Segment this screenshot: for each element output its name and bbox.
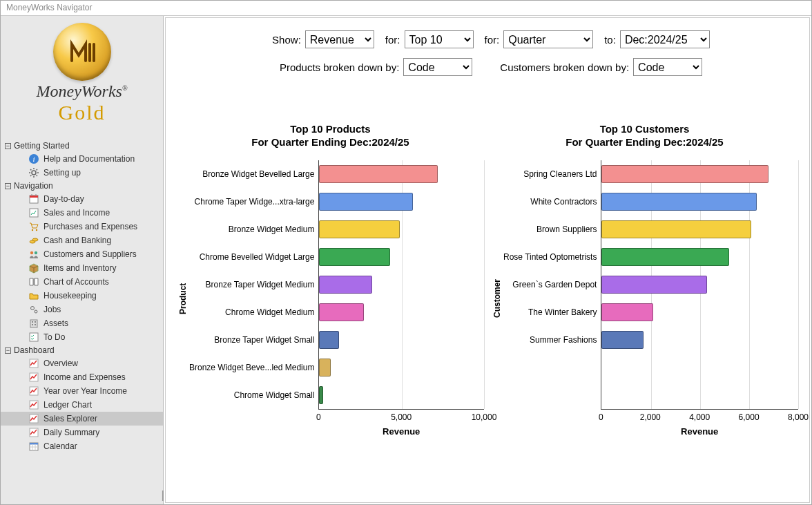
bar	[601, 220, 751, 238]
to-label: to:	[604, 34, 616, 46]
filter-bar: Show: Revenue for: Top 10 for: Quarter t…	[173, 30, 802, 76]
chart-title: Top 10 CustomersFor Quarter Ending Dec:2…	[491, 123, 798, 149]
sidebar-item-label: To Do	[44, 332, 65, 342]
bar	[319, 331, 339, 349]
for2-label: for:	[485, 34, 500, 46]
to-select[interactable]: Dec:2024/25	[620, 30, 710, 48]
sidebar-item-calendar[interactable]: Calendar	[1, 439, 163, 453]
products-breakdown-select[interactable]: Code	[403, 58, 472, 76]
sidebar-item-label: Daily Summary	[44, 428, 99, 437]
brand-text: MoneyWorks®	[1, 82, 163, 101]
sidebar-item-year-over-year-income[interactable]: Year over Year Income	[1, 384, 163, 398]
sidebar-item-day-to-day[interactable]: Day-to-day	[1, 192, 163, 206]
bar	[319, 220, 400, 238]
svg-rect-30	[30, 443, 38, 445]
nav-tree: −Getting StartediHelp and DocumentationS…	[1, 140, 163, 453]
for1-label: for:	[385, 34, 400, 46]
sidebar-item-chart-of-accounts[interactable]: Chart of Accounts	[1, 275, 163, 289]
svg-rect-19	[35, 321, 36, 323]
category-label: Chrome Widget Medium	[189, 298, 318, 326]
sidebar-item-overview[interactable]: Overview	[1, 356, 163, 370]
chart-icon	[28, 358, 39, 369]
info-icon: i	[28, 153, 39, 164]
for2-select[interactable]: Quarter	[503, 30, 593, 48]
svg-point-11	[32, 238, 38, 241]
sidebar-item-jobs[interactable]: Jobs	[1, 303, 163, 316]
sidebar-item-label: Calendar	[44, 441, 77, 451]
sidebar-item-income-and-expenses[interactable]: Income and Expenses	[1, 370, 163, 384]
x-axis-label: Revenue	[601, 426, 798, 437]
bar	[601, 248, 729, 266]
tree-group-header[interactable]: −Dashboard	[1, 344, 163, 356]
svg-point-15	[31, 307, 35, 310]
sidebar-item-daily-summary[interactable]: Daily Summary	[1, 426, 163, 439]
collapse-icon: −	[5, 143, 11, 149]
sidebar-item-label: Ledger Chart	[44, 400, 92, 410]
tree-group-header[interactable]: −Navigation	[1, 180, 163, 192]
sidebar-item-assets[interactable]: Assets	[1, 316, 163, 330]
bar	[601, 193, 756, 211]
chart-title: Top 10 ProductsFor Quarter Ending Dec:20…	[177, 123, 484, 149]
edition-text: Gold	[1, 101, 163, 124]
svg-rect-4	[30, 196, 38, 198]
svg-rect-18	[32, 321, 33, 323]
sidebar-item-label: Jobs	[44, 305, 61, 314]
category-label: The Winter Bakery	[503, 298, 601, 326]
x-tick-label: 0	[316, 412, 321, 422]
bar	[601, 303, 653, 321]
bar	[601, 165, 768, 183]
sidebar-item-items-and-inventory[interactable]: Items and Inventory	[1, 261, 163, 275]
customers-breakdown-label: Customers broken down by:	[500, 61, 629, 73]
show-select[interactable]: Revenue	[305, 30, 374, 48]
products-breakdown-label: Products broken down by:	[280, 61, 399, 73]
tree-group-header[interactable]: −Getting Started	[1, 140, 163, 152]
category-label: Summer Fashions	[503, 326, 601, 354]
svg-text:i: i	[32, 155, 35, 163]
cart-icon	[28, 221, 39, 232]
svg-point-2	[32, 171, 36, 175]
charts-area: Top 10 ProductsFor Quarter Ending Dec:20…	[173, 123, 802, 437]
for1-select[interactable]: Top 10	[405, 30, 474, 48]
svg-point-9	[36, 229, 37, 231]
box-icon	[28, 263, 39, 274]
x-tick-label: 5,000	[391, 412, 412, 422]
coins-icon	[28, 235, 39, 246]
x-tick-label: 8,000	[788, 412, 809, 422]
products-chart: Top 10 ProductsFor Quarter Ending Dec:20…	[177, 123, 484, 437]
svg-point-8	[32, 229, 33, 231]
tree-group-label: Navigation	[14, 181, 53, 191]
sidebar-item-ledger-chart[interactable]: Ledger Chart	[1, 398, 163, 412]
bar	[319, 193, 413, 211]
chart-icon	[28, 427, 39, 438]
sidebar-item-label: Income and Expenses	[44, 372, 126, 382]
sidebar-item-label: Purchases and Expenses	[44, 222, 137, 231]
sidebar-item-cash-and-banking[interactable]: Cash and Banking	[1, 234, 163, 247]
sidebar-item-customers-and-suppliers[interactable]: Customers and Suppliers	[1, 247, 163, 261]
y-axis-label: Product	[177, 160, 189, 437]
sidebar-item-help-and-documentation[interactable]: iHelp and Documentation	[1, 152, 163, 166]
y-axis-label: Customer	[491, 160, 503, 437]
category-label: Bronze Widget Bevelled Large	[189, 160, 318, 188]
svg-rect-20	[32, 324, 33, 325]
svg-rect-22	[30, 333, 38, 341]
tree-group-label: Dashboard	[14, 345, 55, 355]
sidebar-item-housekeeping[interactable]: Housekeeping	[1, 289, 163, 303]
checklist-icon	[28, 332, 39, 343]
sidebar-item-to-do[interactable]: To Do	[1, 330, 163, 344]
bar	[601, 276, 707, 294]
svg-point-13	[35, 251, 37, 254]
sidebar-item-label: Housekeeping	[44, 291, 97, 301]
category-label: Bronze Widget Beve...led Medium	[189, 354, 318, 381]
category-label: Bronze Taper Widget Small	[189, 326, 318, 354]
sidebar-item-purchases-and-expenses[interactable]: Purchases and Expenses	[1, 220, 163, 234]
sidebar-item-setting-up[interactable]: Setting up	[1, 166, 163, 180]
collapse-icon: −	[5, 183, 11, 189]
x-axis-label: Revenue	[318, 426, 484, 437]
customers-breakdown-select[interactable]: Code	[633, 58, 702, 76]
category-label: White Contractors	[503, 188, 601, 216]
sidebar-item-sales-explorer[interactable]: Sales Explorer	[1, 412, 163, 426]
sidebar-item-sales-and-income[interactable]: Sales and Income	[1, 206, 163, 220]
report-icon	[28, 207, 39, 218]
svg-rect-7	[30, 209, 38, 217]
category-label: Brown Suppliers	[503, 216, 601, 243]
